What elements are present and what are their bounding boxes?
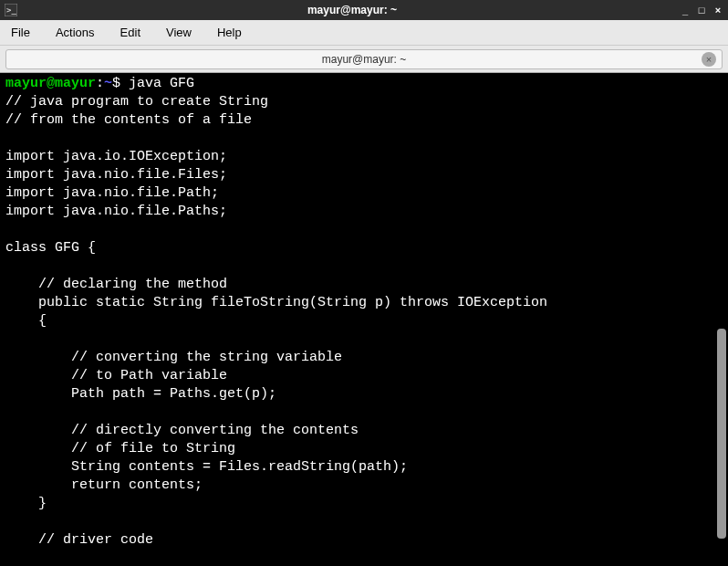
prompt-user-host: mayur@mayur <box>5 76 96 91</box>
output-line: // from the contents of a file <box>5 112 252 128</box>
output-line: } <box>5 496 47 511</box>
scrollbar[interactable] <box>717 329 726 539</box>
output-line: // of file to String <box>5 441 235 456</box>
menubar: File Actions Edit View Help <box>0 20 728 46</box>
titlebar: >_ mayur@mayur: ~ _ □ × <box>0 0 728 20</box>
output-line: class GFG { <box>5 240 96 256</box>
terminal-output[interactable]: mayur@mayur:~$ java GFG // java program … <box>0 73 728 566</box>
menu-help[interactable]: Help <box>213 24 245 41</box>
command-text: java GFG <box>129 76 194 91</box>
output-line: String contents = Files.readString(path)… <box>5 459 408 475</box>
menu-actions[interactable]: Actions <box>52 24 99 41</box>
tabbar: mayur@mayur: ~ × <box>0 46 728 73</box>
output-line: // declaring the method <box>5 277 227 292</box>
output-line: // converting the string variable <box>5 350 342 365</box>
output-line: import java.nio.file.Paths; <box>5 204 227 219</box>
tab-label: mayur@mayur: ~ <box>322 53 407 66</box>
prompt-dollar: $ <box>112 76 129 91</box>
menu-file[interactable]: File <box>7 24 34 41</box>
maximize-button[interactable]: □ <box>695 4 708 16</box>
output-line: return contents; <box>5 477 203 493</box>
window-title: mayur@mayur: ~ <box>26 4 679 16</box>
output-line: { <box>5 313 47 329</box>
menu-edit[interactable]: Edit <box>117 24 144 41</box>
output-line: public static String fileToString(String… <box>5 295 547 310</box>
minimize-button[interactable]: _ <box>679 4 692 16</box>
terminal-tab[interactable]: mayur@mayur: ~ × <box>5 49 723 69</box>
prompt-path: ~ <box>104 76 112 91</box>
terminal-icon: >_ <box>4 3 18 17</box>
svg-text:>_: >_ <box>6 5 16 15</box>
window-controls: _ □ × <box>679 4 724 16</box>
output-line: import java.io.IOException; <box>5 149 227 164</box>
prompt-colon: : <box>96 76 104 91</box>
output-line: // java program to create String <box>5 94 268 110</box>
output-line: Path path = Paths.get(p); <box>5 386 276 402</box>
output-line: import java.nio.file.Files; <box>5 167 227 183</box>
output-line: // to Path variable <box>5 368 227 383</box>
menu-view[interactable]: View <box>162 24 195 41</box>
close-button[interactable]: × <box>712 4 724 16</box>
output-line: // driver code <box>5 532 153 548</box>
tab-close-icon[interactable]: × <box>702 52 716 67</box>
output-line: // directly converting the contents <box>5 423 359 438</box>
output-line: import java.nio.file.Path; <box>5 185 219 201</box>
